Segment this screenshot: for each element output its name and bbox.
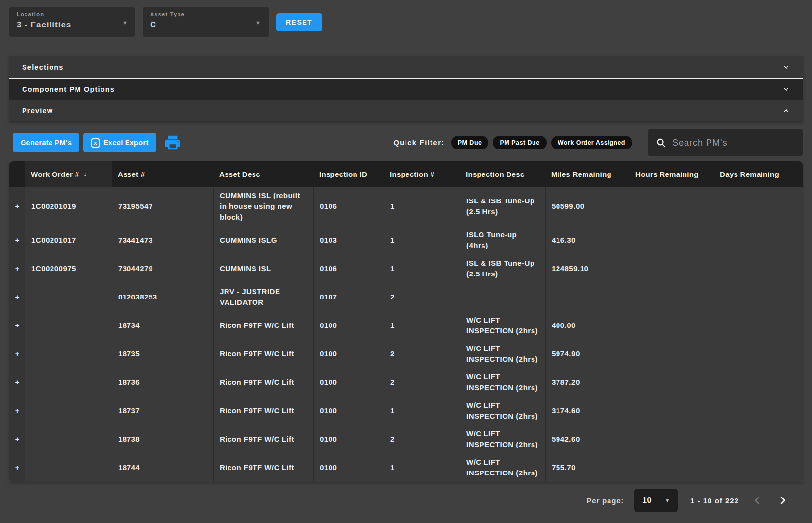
asset-type-label: Asset Type bbox=[150, 11, 262, 17]
cell-inspection-desc: W/C LIFT INSPECTION (2hrs) bbox=[460, 397, 545, 425]
cell-days-remaining bbox=[714, 453, 803, 482]
cell-days-remaining bbox=[714, 226, 803, 254]
cell-inspection-num: 1 bbox=[384, 397, 460, 425]
accordion-selections-label: Selections bbox=[22, 63, 64, 71]
col-header-asset-desc[interactable]: Asset Desc bbox=[213, 161, 313, 187]
location-label: Location bbox=[17, 11, 128, 17]
chip-work-order-assigned[interactable]: Work Order Assigned bbox=[551, 136, 632, 149]
reset-button[interactable]: RESET bbox=[276, 13, 322, 31]
cell-hours-remaining bbox=[630, 453, 714, 482]
chevron-down-icon: ▼ bbox=[255, 20, 261, 25]
expand-row-button[interactable]: + bbox=[9, 368, 25, 397]
col-header-miles-remaining[interactable]: Miles Remaining bbox=[545, 161, 630, 187]
cell-work-order bbox=[25, 311, 112, 340]
cell-inspection-id: 0106 bbox=[313, 187, 384, 226]
printer-icon bbox=[163, 133, 182, 152]
cell-hours-remaining bbox=[630, 311, 714, 340]
generate-pms-button[interactable]: Generate PM's bbox=[13, 133, 79, 152]
table-row: + 18735 Ricon F9TF W/C Lift 0100 2 W/C L… bbox=[9, 340, 803, 368]
per-page-select[interactable]: 10 ▼ bbox=[634, 489, 678, 512]
expand-row-button[interactable]: + bbox=[9, 453, 25, 482]
asset-type-dropdown[interactable]: Asset Type C ▼ bbox=[143, 7, 269, 37]
expand-row-button[interactable]: + bbox=[9, 254, 25, 283]
accordion-preview-label: Preview bbox=[22, 107, 53, 115]
cell-hours-remaining bbox=[630, 368, 714, 397]
expand-row-button[interactable]: + bbox=[9, 311, 25, 340]
cell-inspection-num: 1 bbox=[384, 453, 460, 482]
previous-page-button[interactable] bbox=[750, 493, 764, 508]
quick-filter-label: Quick Filter: bbox=[394, 139, 445, 147]
col-header-days-remaining[interactable]: Days Remaining bbox=[714, 161, 803, 187]
cell-hours-remaining bbox=[630, 254, 714, 283]
table-header-row: Work Order # ↓ Asset # Asset Desc Inspec… bbox=[9, 161, 803, 187]
cell-miles-remaining: 5942.60 bbox=[545, 425, 630, 453]
cell-days-remaining bbox=[714, 187, 803, 226]
cell-hours-remaining bbox=[630, 340, 714, 368]
cell-asset: 18734 bbox=[112, 311, 213, 340]
cell-inspection-desc: ISLG Tune-up (4hrs) bbox=[460, 226, 545, 254]
accordion: Selections Component PM Options Preview bbox=[9, 56, 803, 121]
accordion-selections[interactable]: Selections bbox=[9, 56, 803, 78]
cell-hours-remaining bbox=[630, 226, 714, 254]
cell-work-order: 1C00201017 bbox=[25, 226, 112, 254]
chevron-up-icon bbox=[782, 107, 790, 115]
col-header-inspection-id[interactable]: Inspection ID bbox=[313, 161, 384, 187]
cell-inspection-id: 0100 bbox=[313, 397, 384, 425]
table-row: + 012038253 JRV - JUSTRIDE VALIDATOR 010… bbox=[9, 283, 803, 311]
cell-miles-remaining: 416.30 bbox=[545, 226, 630, 254]
print-button[interactable] bbox=[163, 133, 182, 152]
table-row: + 1C00200975 73044279 CUMMINS ISL 0106 1… bbox=[9, 254, 803, 283]
expand-row-button[interactable]: + bbox=[9, 340, 25, 368]
preview-toolbar: Generate PM's x Excel Export Quick Filte… bbox=[9, 129, 803, 156]
cell-miles-remaining: 755.70 bbox=[545, 453, 630, 482]
cell-asset: 18737 bbox=[112, 397, 213, 425]
pm-table: Work Order # ↓ Asset # Asset Desc Inspec… bbox=[9, 161, 803, 482]
cell-asset: 18744 bbox=[112, 453, 213, 482]
expand-row-button[interactable]: + bbox=[9, 425, 25, 453]
excel-file-icon: x bbox=[91, 138, 100, 148]
excel-export-button[interactable]: x Excel Export bbox=[83, 133, 156, 152]
search-input[interactable] bbox=[672, 138, 795, 148]
cell-asset: 18735 bbox=[112, 340, 213, 368]
col-header-work-order[interactable]: Work Order # ↓ bbox=[25, 161, 112, 187]
cell-inspection-num: 2 bbox=[384, 340, 460, 368]
chevron-down-icon bbox=[782, 63, 790, 71]
chip-pm-past-due[interactable]: PM Past Due bbox=[493, 136, 546, 149]
cell-days-remaining bbox=[714, 254, 803, 283]
chip-pm-due[interactable]: PM Due bbox=[451, 136, 489, 149]
cell-miles-remaining bbox=[545, 283, 630, 311]
expand-row-button[interactable]: + bbox=[9, 226, 25, 254]
cell-asset-desc: CUMMINS ISL (rebuilt in house using new … bbox=[213, 187, 313, 226]
cell-asset: 73441473 bbox=[112, 226, 213, 254]
cell-inspection-id: 0100 bbox=[313, 368, 384, 397]
chevron-down-icon: ▼ bbox=[122, 20, 127, 25]
cell-asset: 73195547 bbox=[112, 187, 213, 226]
table-body: + 1C00201019 73195547 CUMMINS ISL (rebui… bbox=[9, 187, 803, 482]
cell-days-remaining bbox=[714, 340, 803, 368]
expand-row-button[interactable]: + bbox=[9, 187, 25, 226]
cell-days-remaining bbox=[714, 283, 803, 311]
filter-row: Location 3 - Facilities ▼ Asset Type C ▼… bbox=[0, 0, 812, 37]
cell-work-order bbox=[25, 453, 112, 482]
per-page-label: Per page: bbox=[587, 497, 624, 505]
accordion-component-pm-options[interactable]: Component PM Options bbox=[9, 78, 803, 100]
location-dropdown[interactable]: Location 3 - Facilities ▼ bbox=[9, 7, 135, 37]
cell-inspection-id: 0100 bbox=[313, 453, 384, 482]
cell-asset-desc: CUMMINS ISL bbox=[213, 254, 313, 283]
accordion-preview[interactable]: Preview bbox=[9, 100, 803, 121]
page-range-label: 1 - 10 of 222 bbox=[690, 497, 739, 505]
cell-work-order bbox=[25, 397, 112, 425]
col-header-inspection-num[interactable]: Inspection # bbox=[384, 161, 460, 187]
col-header-asset[interactable]: Asset # bbox=[112, 161, 213, 187]
expand-row-button[interactable]: + bbox=[9, 283, 25, 311]
cell-asset-desc: Ricon F9TF W/C Lift bbox=[213, 425, 313, 453]
expand-row-button[interactable]: + bbox=[9, 397, 25, 425]
cell-inspection-desc: ISL & ISB Tune-Up (2.5 Hrs) bbox=[460, 254, 545, 283]
next-page-button[interactable] bbox=[775, 493, 790, 508]
cell-work-order bbox=[25, 283, 112, 311]
col-header-inspection-desc[interactable]: Inspection Desc bbox=[460, 161, 545, 187]
asset-type-value: C bbox=[150, 20, 262, 30]
col-header-hours-remaining[interactable]: Hours Remaining bbox=[630, 161, 714, 187]
cell-asset-desc: CUMMINS ISLG bbox=[213, 226, 313, 254]
paginator: Per page: 10 ▼ 1 - 10 of 222 bbox=[0, 489, 790, 512]
